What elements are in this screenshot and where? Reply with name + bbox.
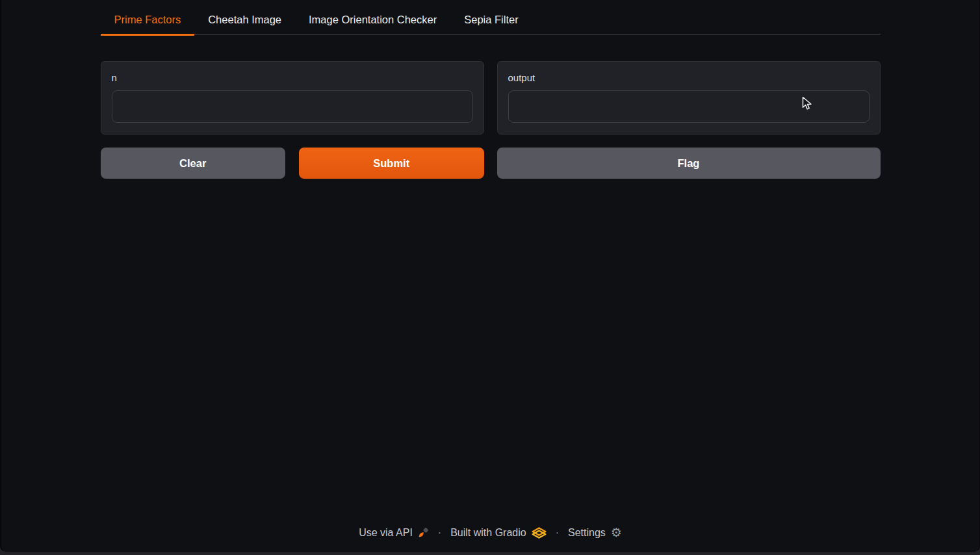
tab-bar: Prime Factors Cheetah Image Image Orient… <box>101 6 881 35</box>
output-label: output <box>508 72 870 83</box>
input-textbox[interactable] <box>112 90 473 123</box>
gradio-logo-icon <box>532 527 547 539</box>
input-label: n <box>112 72 473 83</box>
settings-link[interactable]: Settings ⚙ <box>568 526 622 539</box>
clear-submit-row: Clear Submit <box>101 148 484 179</box>
input-column: n Clear Submit <box>101 61 484 179</box>
tab-cheetah-image[interactable]: Cheetah Image <box>194 6 295 36</box>
use-via-api-label: Use via API <box>359 527 413 539</box>
submit-button[interactable]: Submit <box>299 148 484 179</box>
settings-label: Settings <box>568 527 606 539</box>
api-plug-icon <box>418 527 429 538</box>
app-window: Prime Factors Cheetah Image Image Orient… <box>0 0 980 552</box>
clear-button[interactable]: Clear <box>101 148 286 179</box>
built-with-gradio-label: Built with Gradio <box>450 527 526 539</box>
input-panel: n <box>101 61 484 135</box>
output-textbox[interactable] <box>508 90 870 123</box>
footer-separator: · <box>435 527 444 539</box>
footer-separator: · <box>553 527 561 539</box>
flag-button[interactable]: Flag <box>497 148 881 179</box>
gradio-app-container: Prime Factors Cheetah Image Image Orient… <box>101 0 881 552</box>
built-with-gradio-link[interactable]: Built with Gradio <box>450 527 547 539</box>
gear-icon: ⚙ <box>611 526 622 539</box>
use-via-api-link[interactable]: Use via API <box>359 527 429 539</box>
tab-image-orientation-checker[interactable]: Image Orientation Checker <box>295 6 450 36</box>
flag-row: Flag <box>497 148 881 179</box>
io-row: n Clear Submit output Flag <box>101 61 881 179</box>
tab-sepia-filter[interactable]: Sepia Filter <box>450 6 532 36</box>
footer: Use via API · Built with Gradio · Settin… <box>101 526 881 552</box>
output-panel: output <box>497 61 881 135</box>
tab-prime-factors[interactable]: Prime Factors <box>101 6 195 36</box>
output-column: output Flag <box>497 61 881 179</box>
